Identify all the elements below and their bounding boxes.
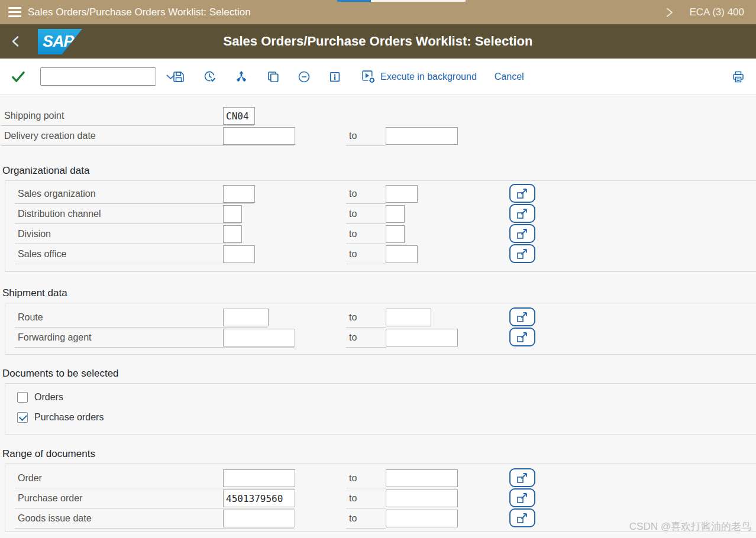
save-button[interactable] bbox=[172, 70, 186, 84]
multiple-selection-button-forwarding-agent[interactable] bbox=[509, 328, 535, 346]
value-input-from-order[interactable] bbox=[223, 469, 295, 487]
multiple-selection-button-division[interactable] bbox=[509, 224, 535, 243]
value-input-to-distribution-channel[interactable] bbox=[386, 205, 405, 223]
checkbox-label: Orders bbox=[34, 392, 63, 403]
sap-webgui-window: Sales Orders/Purchase Orders Worklist: S… bbox=[0, 0, 756, 538]
to-label: to bbox=[349, 229, 357, 239]
shell-title: Sales Orders/Purchase Orders Worklist: S… bbox=[28, 7, 251, 18]
value-input-from-sales-organization[interactable] bbox=[223, 185, 255, 203]
copy-button[interactable] bbox=[266, 70, 280, 84]
section-header-organizational-data: Organizational data bbox=[2, 165, 756, 177]
value-input-to-sales-office[interactable] bbox=[386, 245, 418, 263]
variant-input[interactable] bbox=[41, 68, 166, 85]
checkbox-orders[interactable] bbox=[17, 392, 28, 403]
value-input-to-purchase-order[interactable] bbox=[386, 490, 458, 507]
value-input-from-division[interactable] bbox=[223, 225, 242, 243]
info-button[interactable] bbox=[328, 70, 341, 83]
form-row-shipping-point: Shipping point bbox=[0, 106, 756, 126]
value-input-to-forwarding-agent[interactable] bbox=[386, 329, 458, 346]
multiple-selection-icon bbox=[515, 330, 530, 343]
checkbox-row-orders: Orders bbox=[5, 387, 756, 407]
multiple-selection-button-order[interactable] bbox=[509, 468, 535, 487]
hamburger-menu-icon[interactable] bbox=[8, 7, 21, 17]
plain-group: Shipping pointDelivery creation dateto bbox=[0, 106, 756, 146]
checkbox-purchase-orders[interactable] bbox=[17, 412, 28, 423]
value-input-from-delivery-creation-date[interactable] bbox=[223, 127, 295, 145]
shell-bar: Sales Orders/Purchase Orders Worklist: S… bbox=[0, 0, 756, 24]
section-header-documents-to-be-selected: Documents to be selected bbox=[2, 368, 756, 380]
value-input-from-sales-office[interactable] bbox=[223, 245, 255, 263]
row-label: Goods issue date bbox=[18, 513, 92, 524]
multiple-selection-button-sales-office[interactable] bbox=[509, 244, 535, 263]
to-underline bbox=[346, 347, 386, 348]
row-label: Sales office bbox=[18, 249, 66, 260]
multiple-selection-icon bbox=[515, 471, 530, 484]
group-box: Sales organizationtoDistribution channel… bbox=[5, 180, 756, 272]
checkbox-label: Purchase orders bbox=[34, 412, 104, 423]
floppy-icon bbox=[172, 70, 186, 84]
value-input-from-forwarding-agent[interactable] bbox=[223, 329, 295, 346]
confirm-button[interactable] bbox=[11, 69, 26, 85]
page-title: Sales Orders/Purchase Orders Worklist: S… bbox=[0, 34, 756, 49]
row-label: Delivery creation date bbox=[4, 131, 96, 141]
group-box: OrdersPurchase orders bbox=[5, 383, 756, 435]
multiple-selection-button-purchase-order[interactable] bbox=[509, 488, 535, 507]
value-input-to-delivery-creation-date[interactable] bbox=[386, 127, 458, 145]
info-icon bbox=[328, 70, 341, 83]
multiple-selection-icon bbox=[515, 207, 530, 220]
value-input-to-route[interactable] bbox=[386, 309, 431, 326]
chevron-right-icon[interactable] bbox=[664, 7, 675, 18]
watermark-text: CSDN @喜欢打酱油的老鸟 bbox=[629, 520, 751, 533]
form-row-purchase-order: Purchase orderto bbox=[5, 488, 756, 508]
value-input-to-goods-issue-date[interactable] bbox=[386, 510, 458, 527]
value-input-from-distribution-channel[interactable] bbox=[223, 205, 242, 223]
form-row-distribution-channel: Distribution channelto bbox=[5, 204, 756, 224]
row-underline bbox=[15, 347, 294, 348]
schedule-button[interactable] bbox=[203, 70, 217, 84]
value-input-from-route[interactable] bbox=[223, 309, 269, 326]
row-underline bbox=[15, 528, 294, 529]
form-row-forwarding-agent: Forwarding agentto bbox=[5, 328, 756, 348]
variant-combobox[interactable] bbox=[40, 67, 156, 86]
value-input-from-purchase-order[interactable] bbox=[223, 490, 295, 507]
form-row-sales-organization: Sales organizationto bbox=[5, 184, 756, 204]
value-input-to-division[interactable] bbox=[386, 225, 405, 243]
form-row-delivery-creation-date: Delivery creation dateto bbox=[0, 126, 756, 146]
to-label: to bbox=[349, 473, 357, 484]
clock-check-icon bbox=[203, 70, 217, 84]
multiple-selection-button-goods-issue-date[interactable] bbox=[509, 508, 535, 527]
top-edge-accent-white bbox=[371, 0, 466, 2]
multiple-selection-button-distribution-channel[interactable] bbox=[509, 204, 535, 223]
to-label: to bbox=[349, 513, 357, 524]
multiple-selection-button-route[interactable] bbox=[509, 307, 535, 326]
row-label: Division bbox=[18, 229, 51, 239]
value-input-to-order[interactable] bbox=[386, 469, 458, 487]
cancel-button[interactable]: Cancel bbox=[495, 72, 524, 82]
value-input-to-sales-organization[interactable] bbox=[386, 185, 418, 203]
value-input-from-shipping-point[interactable] bbox=[223, 107, 255, 125]
row-label: Route bbox=[18, 312, 43, 323]
to-label: to bbox=[349, 131, 357, 141]
to-underline bbox=[346, 528, 386, 529]
deactivate-button[interactable] bbox=[297, 70, 311, 84]
row-label: Order bbox=[18, 473, 42, 484]
printer-icon bbox=[731, 70, 745, 84]
execute-background-icon bbox=[361, 69, 376, 84]
row-label: Purchase order bbox=[18, 493, 82, 504]
multiple-selection-icon bbox=[515, 511, 530, 524]
to-label: to bbox=[349, 332, 357, 343]
form-area: Shipping pointDelivery creation datetoOr… bbox=[0, 95, 756, 538]
get-variant-button[interactable] bbox=[234, 70, 248, 84]
multiple-selection-icon bbox=[515, 491, 530, 504]
row-label: Forwarding agent bbox=[18, 332, 92, 343]
value-input-from-goods-issue-date[interactable] bbox=[223, 510, 295, 527]
to-label: to bbox=[349, 249, 357, 260]
print-button[interactable] bbox=[731, 70, 745, 84]
system-id: ECA (3) 400 bbox=[689, 7, 744, 18]
execute-in-background-button[interactable]: Execute in background bbox=[361, 69, 477, 84]
row-label: Distribution channel bbox=[18, 209, 101, 219]
section-header-range-of-documents: Range of documents bbox=[2, 448, 756, 460]
form-row-route: Routeto bbox=[5, 307, 756, 328]
row-underline bbox=[15, 264, 254, 264]
multiple-selection-button-sales-organization[interactable] bbox=[509, 184, 535, 203]
